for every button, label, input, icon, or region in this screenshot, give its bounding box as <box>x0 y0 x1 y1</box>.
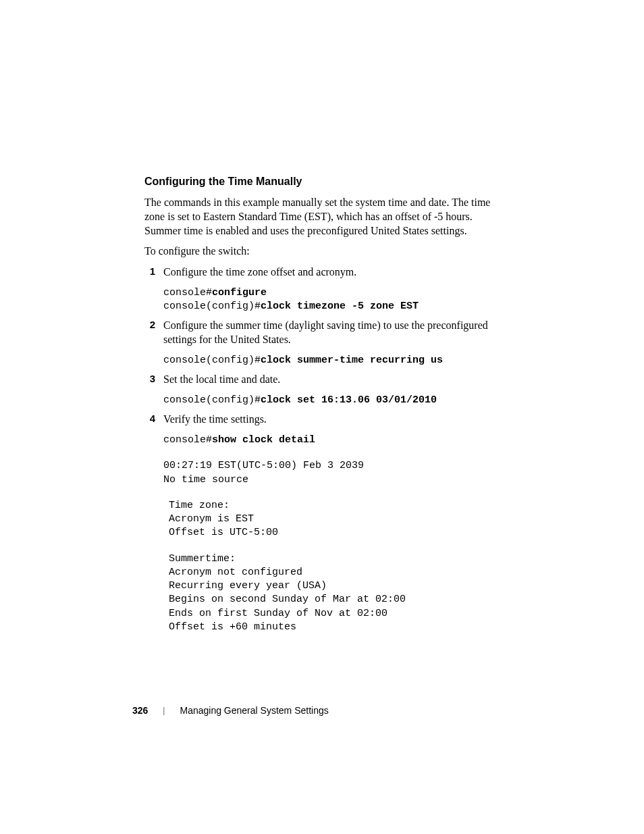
code-prefix: console(config)# <box>163 355 261 366</box>
code-prefix: console# <box>163 434 212 446</box>
code-block: console#show clock detail <box>163 434 502 447</box>
step-number: 4 <box>144 413 163 431</box>
step-4: 4 Verify the time settings. <box>144 413 502 431</box>
footer-title: Managing General System Settings <box>180 705 328 716</box>
code-command: clock summer-time recurring us <box>261 355 443 366</box>
code-prefix: console# <box>163 287 212 298</box>
code-block: console(config)#clock summer-time recurr… <box>163 354 502 367</box>
output-block-3: Summertime: Acronym not configured Recur… <box>169 552 502 635</box>
code-command: show clock detail <box>212 434 315 446</box>
output-block-2: Time zone: Acronym is EST Offset is UTC-… <box>169 499 502 540</box>
page-footer: 326 | Managing General System Settings <box>132 705 329 716</box>
step-text: Configure the time zone offset and acron… <box>163 265 502 280</box>
step-body: Configure the time zone offset and acron… <box>163 265 502 284</box>
step-3: 3 Set the local time and date. <box>144 373 502 391</box>
step-number: 2 <box>144 319 163 351</box>
code-command: clock set 16:13.06 03/01/2010 <box>261 394 437 406</box>
section-heading: Configuring the Time Manually <box>144 176 502 188</box>
code-block: console(config)#clock set 16:13.06 03/01… <box>163 394 502 407</box>
code-prefix: console(config)# <box>163 301 261 312</box>
step-body: Verify the time settings. <box>163 413 502 431</box>
code-command: clock timezone -5 zone EST <box>261 301 419 312</box>
step-1: 1 Configure the time zone offset and acr… <box>144 265 502 284</box>
footer-divider: | <box>163 706 165 715</box>
intro-paragraph: The commands in this example manually se… <box>144 196 502 238</box>
code-command: configure <box>212 287 267 298</box>
step-text: Configure the summer time (daylight savi… <box>163 319 502 347</box>
step-2: 2 Configure the summer time (daylight sa… <box>144 319 502 351</box>
step-text: Set the local time and date. <box>163 373 502 387</box>
step-body: Configure the summer time (daylight savi… <box>163 319 502 351</box>
step-text: Verify the time settings. <box>163 413 502 427</box>
page-number: 326 <box>132 705 148 716</box>
code-prefix: console(config)# <box>163 394 261 406</box>
step-body: Set the local time and date. <box>163 373 502 391</box>
step-number: 1 <box>144 265 163 284</box>
code-block: console#configure console(config)#clock … <box>163 286 502 314</box>
page-content: Configuring the Time Manually The comman… <box>144 176 502 634</box>
step-number: 3 <box>144 373 163 391</box>
config-intro: To configure the switch: <box>144 244 502 259</box>
output-block-1: 00:27:19 EST(UTC-5:00) Feb 3 2039 No tim… <box>163 459 502 487</box>
